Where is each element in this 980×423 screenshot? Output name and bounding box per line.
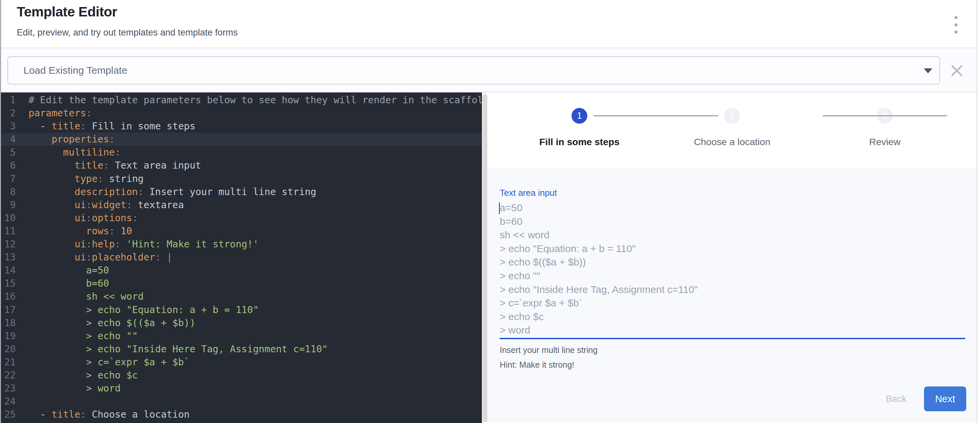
line-number: 3 (1, 120, 16, 133)
stepper-steps: 1Fill in some steps2Choose a location3Re… (503, 92, 961, 147)
stepper-step: 1Fill in some steps (503, 92, 656, 147)
field-label: Text area input (500, 188, 557, 198)
editor-line[interactable]: 3 - title: Fill in some steps (1, 120, 482, 133)
editor-line[interactable]: 1# Edit the template parameters below to… (1, 93, 482, 106)
editor-line[interactable]: 20 > echo "Inside Here Tag, Assignment c… (1, 342, 482, 356)
stepper-step: 3Review (809, 92, 961, 147)
toolbar: Load Existing Template (1, 48, 977, 92)
line-number: 18 (1, 317, 16, 330)
line-number: 15 (1, 277, 16, 290)
editor-line[interactable]: 12 ui:help: 'Hint: Make it strong!' (1, 238, 482, 251)
line-number: 13 (1, 251, 16, 264)
editor-line[interactable]: 2parameters: (1, 106, 482, 120)
chevron-down-icon (924, 68, 932, 73)
step-label: Choose a location (694, 136, 770, 147)
editor-line[interactable]: 14 a=50 (1, 264, 482, 277)
line-code: ui:help: 'Hint: Make it strong!' (16, 238, 259, 251)
editor-line[interactable]: 24 (1, 395, 482, 408)
line-code: # Edit the template parameters below to … (16, 93, 482, 106)
step-connector (593, 115, 718, 116)
line-number: 10 (1, 211, 16, 225)
line-code (16, 395, 29, 408)
line-number: 16 (1, 290, 16, 303)
editor-line[interactable]: 10 ui:options: (1, 211, 482, 225)
line-code: type: string (16, 172, 143, 185)
line-code: properties: (16, 133, 115, 146)
editor-line[interactable]: 6 title: Text area input (1, 159, 482, 172)
stepper-step: 2Choose a location (656, 92, 808, 147)
step-number-badge: 2 (724, 108, 740, 124)
line-code: > c=`expr $a + $b` (16, 356, 189, 369)
line-number: 1 (1, 93, 16, 106)
line-code: - title: Fill in some steps (16, 120, 196, 133)
editor-line[interactable]: 8 description: Insert your multi line st… (1, 185, 482, 198)
line-code: ui:widget: textarea (16, 198, 184, 211)
line-number: 20 (1, 342, 16, 356)
line-number: 21 (1, 356, 16, 369)
line-number: 12 (1, 238, 16, 251)
step-label: Fill in some steps (539, 136, 619, 147)
editor-line[interactable]: 11 rows: 10 (1, 225, 482, 238)
field-underline (500, 338, 965, 339)
stepper: 1Fill in some steps2Choose a location3Re… (503, 92, 961, 168)
line-number: 11 (1, 225, 16, 238)
line-number: 25 (1, 408, 16, 421)
line-number: 14 (1, 264, 16, 277)
line-code: parameters: (16, 106, 92, 120)
editor-line[interactable]: 7 type: string (1, 172, 482, 185)
load-template-placeholder: Load Existing Template (24, 57, 127, 84)
line-number: 17 (1, 303, 16, 317)
editor-line[interactable]: 18 > echo $(($a + $b)) (1, 317, 482, 330)
line-number: 9 (1, 198, 16, 211)
editor-line[interactable]: 16 sh << word (1, 290, 482, 303)
line-code: title: Text area input (16, 159, 201, 172)
template-editor-page: Template Editor Edit, preview, and try o… (0, 0, 980, 423)
back-button[interactable]: Back (876, 387, 916, 411)
line-code: a=50 (16, 264, 109, 277)
step-connector (823, 115, 947, 116)
line-code: description: Insert your multi line stri… (16, 185, 316, 198)
more-vertical-icon (955, 30, 958, 33)
line-code: sh << word (16, 290, 143, 303)
line-number: 4 (1, 133, 16, 146)
line-number: 8 (1, 185, 16, 198)
line-code: multiline: (16, 146, 121, 159)
line-code: > echo $c (16, 369, 138, 382)
line-code: rows: 10 (16, 225, 132, 238)
line-code: > echo "Equation: a + b = 110" (16, 303, 259, 317)
editor-line[interactable]: 22 > echo $c (1, 369, 482, 382)
editor-line[interactable]: 17 > echo "Equation: a + b = 110" (1, 303, 482, 317)
multiline-textarea[interactable] (500, 201, 967, 339)
line-code: ui:placeholder: | (16, 251, 172, 264)
editor-line[interactable]: 4 properties: (1, 133, 482, 146)
line-number: 2 (1, 106, 16, 120)
code-editor[interactable]: 1# Edit the template parameters below to… (1, 92, 482, 423)
editor-line[interactable]: 19 > echo "" (1, 330, 482, 342)
next-button[interactable]: Next (924, 387, 966, 411)
editor-line[interactable]: 5 multiline: (1, 146, 482, 159)
editor-line[interactable]: 15 b=60 (1, 277, 482, 290)
preview-panel: 1Fill in some steps2Choose a location3Re… (487, 92, 977, 423)
line-code: - title: Choose a location (16, 408, 189, 421)
line-code: ui:options: (16, 211, 138, 225)
more-options-button[interactable] (951, 16, 961, 33)
line-code: > word (16, 382, 121, 395)
editor-line[interactable]: 21 > c=`expr $a + $b` (1, 356, 482, 369)
load-template-select[interactable]: Load Existing Template (7, 56, 940, 84)
page-title: Template Editor (17, 4, 117, 20)
page-subtitle: Edit, preview, and try out templates and… (17, 27, 238, 38)
editor-line[interactable]: 25 - title: Choose a location (1, 408, 482, 421)
text-cursor (499, 203, 500, 214)
editor-scrollbar[interactable] (483, 94, 487, 422)
line-number: 19 (1, 330, 16, 342)
line-number: 6 (1, 159, 16, 172)
editor-line[interactable]: 23 > word (1, 382, 482, 395)
line-number: 24 (1, 395, 16, 408)
step-form: Text area input Insert your multi line s… (487, 168, 977, 423)
editor-line[interactable]: 9 ui:widget: textarea (1, 198, 482, 211)
more-vertical-icon (955, 16, 958, 19)
line-code: > echo $(($a + $b)) (16, 317, 196, 330)
editor-line[interactable]: 13 ui:placeholder: | (1, 251, 482, 264)
clear-selection-button[interactable] (950, 64, 963, 77)
line-number: 5 (1, 146, 16, 159)
